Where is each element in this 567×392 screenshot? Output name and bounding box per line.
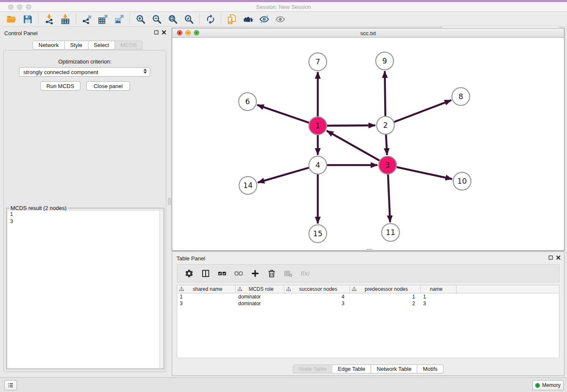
node-label-11: 11 [386, 228, 395, 237]
import-network-icon[interactable] [41, 13, 57, 25]
network-view-title: scc.txt [172, 30, 564, 36]
edge-1-6[interactable] [257, 105, 309, 123]
edge-2-8[interactable] [394, 100, 451, 122]
zoom-fit-icon[interactable] [165, 13, 181, 25]
tab-network[interactable]: Network [33, 41, 65, 50]
add-row-icon[interactable] [250, 268, 260, 279]
save-session-icon[interactable] [19, 13, 36, 25]
table-cell: 1 [350, 293, 421, 300]
open-file-icon[interactable] [3, 13, 19, 25]
close-panel-button[interactable]: Close panel [86, 81, 130, 91]
node-table: shared nameMCDS rolesuccessor nodesprede… [177, 285, 559, 358]
delete-table-icon [283, 268, 293, 279]
double-house-icon[interactable] [240, 13, 256, 25]
tab-mcds[interactable]: MCDS [115, 41, 143, 50]
duplicate-network-icon[interactable] [224, 13, 240, 25]
tab-select[interactable]: Select [88, 41, 115, 50]
close-panel-icon[interactable] [162, 30, 166, 35]
column-header-successor-nodes[interactable]: successor nodes [284, 285, 350, 293]
edge-3-10[interactable] [397, 167, 452, 179]
table-cell: 3 [177, 300, 236, 307]
float-panel-icon[interactable] [548, 255, 553, 260]
show-all-icon[interactable] [272, 13, 288, 25]
node-label-14: 14 [243, 181, 253, 190]
column-header-MCDS-role[interactable]: MCDS role [236, 285, 284, 293]
node-label-6: 6 [245, 97, 250, 106]
table-body: 1dominator4113dominator323 [177, 293, 559, 307]
table-panel-title: Table Panel [176, 255, 205, 262]
svg-text:f(x): f(x) [300, 270, 309, 276]
memory-button[interactable]: Memory [532, 380, 564, 390]
mcds-result-group: MCDS result (2 nodes) 1 3 [6, 208, 164, 369]
tab-edge-table[interactable]: Edge Table [332, 364, 371, 373]
toolbar-separator [129, 14, 130, 25]
run-mcds-button[interactable]: Run MCDS [40, 81, 80, 91]
optimization-criterion-select[interactable]: strongly connected component [19, 67, 150, 77]
app-titlebar: Session: New Session [0, 2, 567, 12]
column-header-shared-name[interactable]: shared name [177, 285, 236, 293]
edge-2-9[interactable] [385, 71, 385, 116]
node-label-3: 3 [385, 161, 390, 169]
edge-3-11[interactable] [388, 174, 390, 222]
tab-node-table[interactable]: Node Table [293, 364, 333, 373]
node-label-8: 8 [458, 92, 463, 101]
mcds-panel: Optimization criterion: strongly connect… [3, 50, 166, 372]
optimization-criterion-value: strongly connected component [23, 69, 98, 75]
delete-row-icon[interactable] [267, 268, 277, 279]
app-title: Session: New Session [0, 4, 567, 10]
hide-selected-icon[interactable] [256, 13, 272, 25]
control-panel-tabs: Network Style Select MCDS [33, 41, 143, 50]
settings-gear-icon[interactable] [184, 268, 194, 279]
table-cell: dominator [236, 293, 284, 300]
tab-motifs[interactable]: Motifs [417, 364, 443, 373]
network-graph[interactable]: 1234678910111415 [172, 38, 564, 250]
edge-3-1[interactable] [327, 131, 380, 160]
network-view-window: x – + scc.txt 1234678910111415 [172, 28, 564, 251]
optimization-criterion-label: Optimization criterion: [4, 58, 166, 65]
import-table-icon[interactable] [57, 13, 73, 25]
deselect-all-checkboxes-icon[interactable] [234, 268, 244, 279]
select-all-checkboxes-icon[interactable] [217, 268, 227, 279]
column-type-icon [286, 287, 291, 292]
main-toolbar [0, 12, 567, 27]
memory-label: Memory [542, 382, 560, 388]
task-history-button[interactable] [4, 380, 17, 390]
float-panel-icon[interactable] [154, 30, 159, 35]
vertical-splitter-handle[interactable] [168, 198, 171, 205]
show-columns-icon[interactable] [201, 268, 211, 279]
table-row[interactable]: 3dominator323 [177, 300, 559, 307]
export-network-icon[interactable] [79, 13, 95, 25]
toolbar-separator [221, 14, 221, 25]
node-label-9: 9 [382, 57, 387, 65]
table-cell: 1 [177, 293, 236, 300]
tab-style[interactable]: Style [65, 41, 88, 50]
select-chevrons-icon [143, 69, 147, 74]
table-row[interactable]: 1dominator411 [177, 293, 559, 300]
edge-1-2[interactable] [327, 125, 375, 126]
network-window-titlebar[interactable]: x – + scc.txt [172, 28, 564, 38]
zoom-in-icon[interactable] [132, 13, 149, 25]
edge-4-14[interactable] [258, 168, 309, 182]
refresh-icon[interactable] [202, 13, 218, 25]
zoom-out-icon[interactable] [149, 13, 165, 25]
table-cell: 3 [284, 300, 350, 307]
column-header-predecessor-nodes[interactable]: predecessor nodes [350, 285, 421, 293]
zoom-selected-icon[interactable] [181, 13, 197, 25]
column-header-name[interactable]: name [421, 285, 457, 293]
control-panel: Control Panel Network Style Select MCDS … [0, 27, 170, 373]
export-image-icon[interactable] [111, 13, 127, 25]
memory-status-icon [535, 383, 540, 388]
table-header-row: shared nameMCDS rolesuccessor nodesprede… [177, 285, 559, 293]
column-type-icon [352, 287, 357, 292]
node-label-2: 2 [383, 121, 388, 130]
tab-network-table[interactable]: Network Table [371, 364, 417, 373]
column-type-icon [237, 287, 242, 292]
close-panel-icon[interactable] [556, 255, 561, 260]
table-toolbar: f(x) [177, 264, 559, 282]
mcds-result-title: MCDS result (2 nodes) [9, 205, 68, 211]
edge-2-3[interactable] [386, 135, 387, 155]
mcds-result-list[interactable]: 1 3 [8, 211, 163, 368]
result-scrollbar[interactable] [159, 211, 163, 368]
export-table-icon[interactable] [95, 13, 111, 25]
toolbar-separator [199, 14, 200, 25]
